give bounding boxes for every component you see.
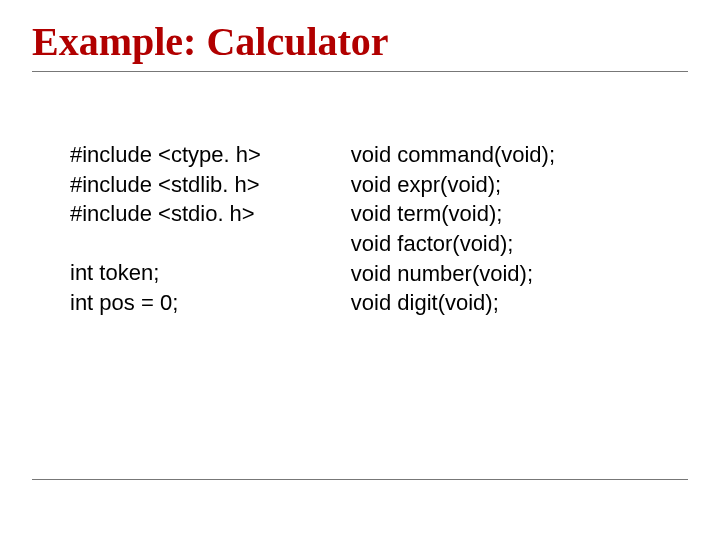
left-column: #include <ctype. h> #include <stdlib. h>… (70, 140, 261, 318)
code-line: void digit(void); (351, 288, 555, 318)
code-line: void expr(void); (351, 170, 555, 200)
code-line: void number(void); (351, 259, 555, 289)
code-line: #include <ctype. h> (70, 140, 261, 170)
code-line: #include <stdio. h> (70, 199, 261, 229)
code-line: int pos = 0; (70, 288, 261, 318)
code-line: void command(void); (351, 140, 555, 170)
bottom-rule (32, 479, 688, 480)
code-line: void term(void); (351, 199, 555, 229)
title-underline (32, 71, 688, 72)
right-column: void command(void); void expr(void); voi… (351, 140, 555, 318)
code-line: #include <stdlib. h> (70, 170, 261, 200)
blank-line (70, 229, 261, 258)
slide-title: Example: Calculator (32, 18, 688, 73)
code-line: void factor(void); (351, 229, 555, 259)
title-area: Example: Calculator (32, 18, 688, 72)
code-line: int token; (70, 258, 261, 288)
slide: Example: Calculator #include <ctype. h> … (0, 0, 720, 540)
content-area: #include <ctype. h> #include <stdlib. h>… (70, 140, 680, 318)
